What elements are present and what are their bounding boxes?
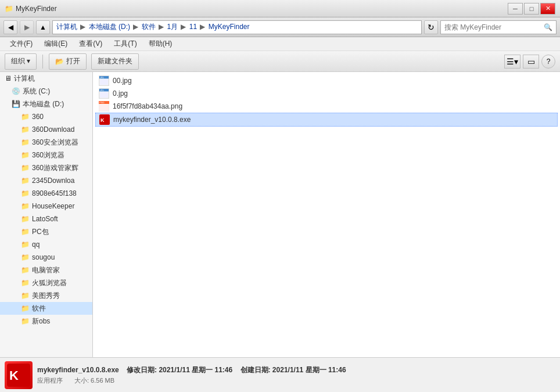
title-bar: 📁 MyKeyFinder ─ □ ✕	[0, 0, 560, 17]
path-folder[interactable]: MyKeyFinder	[209, 23, 250, 31]
up-button[interactable]: ▲	[36, 20, 50, 34]
folder-housekeeper-icon: 📁	[21, 202, 30, 210]
search-box: 🔍	[440, 20, 557, 34]
sidebar-item-360[interactable]: 📁 360	[0, 110, 92, 123]
png-file-icon: PNG	[99, 101, 109, 112]
sidebar-item-360download[interactable]: 📁 360Download	[0, 123, 92, 136]
svg-text:PNG: PNG	[99, 101, 105, 104]
computer-icon: 🖥	[5, 74, 12, 82]
refresh-button[interactable]: ↻	[424, 20, 438, 34]
folder-firefox-icon: 📁	[21, 279, 30, 287]
sidebar-item-qq[interactable]: 📁 qq	[0, 238, 92, 251]
sidebar-item-housekeeper[interactable]: 📁 HouseKeeper	[0, 200, 92, 213]
file-item-png[interactable]: PNG 16f5f7fd8ab434aa.png	[95, 100, 558, 113]
jpg-file-icon: JPG	[99, 75, 109, 86]
new-folder-button[interactable]: 新建文件夹	[91, 53, 139, 70]
folder-meitu-icon: 📁	[21, 292, 30, 300]
status-bar: K mykeyfinder_v10.0.8.exe 修改日期: 2021/1/1…	[0, 357, 560, 392]
search-input[interactable]	[444, 23, 541, 31]
folder-8908-icon: 📁	[21, 189, 30, 197]
sidebar-item-360ie[interactable]: 📁 360浏览器	[0, 149, 92, 161]
path-month[interactable]: 1月	[167, 23, 178, 31]
restore-button[interactable]: □	[524, 3, 539, 15]
path-drive[interactable]: 本地磁盘 (D:)	[89, 23, 130, 31]
toolbar: 组织 ▾ 📂 打开 新建文件夹 ☰▾ ▭ ?	[0, 51, 560, 72]
sidebar-item-360game[interactable]: 📁 360游戏管家辉	[0, 161, 92, 174]
title-bar-controls: ─ □ ✕	[508, 3, 555, 15]
status-created: 创建日期: 2021/1/11 星期一 11:46	[240, 366, 346, 374]
sidebar-item-software[interactable]: 📁 软件	[0, 302, 92, 315]
menu-help[interactable]: 帮助(H)	[143, 37, 178, 51]
folder-360dl-icon: 📁	[21, 125, 30, 134]
minimize-button[interactable]: ─	[508, 3, 523, 15]
search-icon: 🔍	[544, 23, 552, 31]
status-modified: 修改日期: 2021/1/11 星期一 11:46	[127, 366, 232, 374]
file-item-exe[interactable]: K mykeyfinder_v10.0.8.exe	[95, 113, 558, 127]
jpg-file-icon-2: JPG	[99, 88, 109, 99]
toolbar-right: ☰▾ ▭ ?	[504, 55, 555, 69]
exe-file-icon: K	[99, 114, 110, 125]
status-type: 应用程序	[37, 376, 63, 385]
sidebar-item-pcmanager[interactable]: 📁 电脑管家	[0, 264, 92, 276]
menu-file[interactable]: 文件(F)	[5, 37, 38, 51]
sidebar-item-2345[interactable]: 📁 2345Downloa	[0, 174, 92, 187]
file-name: 0.jpg	[113, 89, 128, 98]
menu-view[interactable]: 查看(V)	[74, 37, 107, 51]
folder-pcmanager-icon: 📁	[21, 266, 30, 274]
folder-latosoft-icon: 📁	[21, 215, 30, 223]
open-button[interactable]: 📂 打开	[49, 53, 87, 70]
status-file-icon: K	[5, 361, 33, 389]
sidebar-item-drive-d[interactable]: 💾 本地磁盘 (D:)	[0, 98, 92, 110]
sidebar-item-pc[interactable]: 📁 PC包	[0, 225, 92, 238]
sidebar-item-computer[interactable]: 🖥 计算机	[0, 72, 92, 85]
file-item-0jpg[interactable]: JPG 0.jpg	[95, 87, 558, 100]
sidebar-item-drive-c[interactable]: 💿 系统 (C:)	[0, 85, 92, 98]
menu-tools[interactable]: 工具(T)	[109, 37, 142, 51]
organize-button[interactable]: 组织 ▾	[5, 53, 37, 70]
file-name: 16f5f7fd8ab434aa.png	[113, 102, 182, 110]
help-button[interactable]: ?	[541, 55, 555, 69]
preview-pane-button[interactable]: ▭	[523, 55, 539, 69]
address-bar: ◀ ▶ ▲ 计算机 ▶ 本地磁盘 (D:) ▶ 软件 ▶ 1月 ▶ 11 ▶ M…	[0, 17, 560, 37]
file-item-00jpg[interactable]: JPG 00.jpg	[95, 74, 558, 87]
svg-rect-11	[99, 105, 109, 111]
folder-newobs-icon: 📁	[21, 317, 30, 325]
status-size: 大小: 6.56 MB	[74, 376, 114, 385]
sidebar-item-sougou[interactable]: 📁 sougou	[0, 251, 92, 264]
folder-360br-icon: 📁	[21, 138, 30, 146]
forward-button[interactable]: ▶	[20, 20, 34, 34]
folder-360ie-icon: 📁	[21, 151, 30, 159]
folder-360game-icon: 📁	[21, 164, 30, 172]
open-icon: 📂	[55, 57, 64, 66]
sidebar-item-360browser[interactable]: 📁 360安全浏览器	[0, 136, 92, 149]
file-name: 00.jpg	[113, 77, 132, 85]
sidebar: 🖥 计算机 💿 系统 (C:) 💾 本地磁盘 (D:) 📁 360 📁 360D…	[0, 72, 93, 357]
sidebar-item-firefox[interactable]: 📁 火狐浏览器	[0, 276, 92, 289]
breadcrumb: 计算机 ▶ 本地磁盘 (D:) ▶ 软件 ▶ 1月 ▶ 11 ▶ MyKeyFi…	[56, 22, 250, 32]
folder-sougou-icon: 📁	[21, 253, 30, 261]
path-computer[interactable]: 计算机	[56, 23, 77, 31]
sidebar-item-meitu[interactable]: 📁 美图秀秀	[0, 289, 92, 302]
sidebar-item-8908[interactable]: 📁 8908e645f138	[0, 187, 92, 200]
sidebar-item-newobs[interactable]: 📁 新obs	[0, 315, 92, 328]
menu-edit[interactable]: 编辑(E)	[39, 37, 73, 51]
path-day[interactable]: 11	[189, 23, 197, 31]
folder-qq-icon: 📁	[21, 240, 30, 249]
folder-360-icon: 📁	[21, 113, 30, 121]
close-button[interactable]: ✕	[540, 3, 555, 15]
file-name: mykeyfinder_v10.0.8.exe	[113, 116, 191, 124]
back-button[interactable]: ◀	[3, 20, 17, 34]
svg-text:JPG: JPG	[100, 77, 104, 79]
title-text: MyKeyFinder	[16, 5, 57, 13]
view-toggle-button[interactable]: ☰▾	[504, 55, 520, 69]
file-list: JPG 00.jpg JPG 0.jpg	[93, 72, 560, 357]
svg-rect-7	[100, 92, 108, 98]
svg-text:JPG: JPG	[100, 89, 104, 92]
svg-text:K: K	[9, 368, 19, 383]
sidebar-item-latosoft[interactable]: 📁 LatoSoft	[0, 213, 92, 225]
title-bar-left: 📁 MyKeyFinder	[5, 5, 57, 13]
status-info: mykeyfinder_v10.0.8.exe 修改日期: 2021/1/11 …	[37, 365, 346, 385]
path-software[interactable]: 软件	[142, 23, 156, 31]
folder-pc-icon: 📁	[21, 228, 30, 236]
svg-text:K: K	[100, 117, 105, 123]
